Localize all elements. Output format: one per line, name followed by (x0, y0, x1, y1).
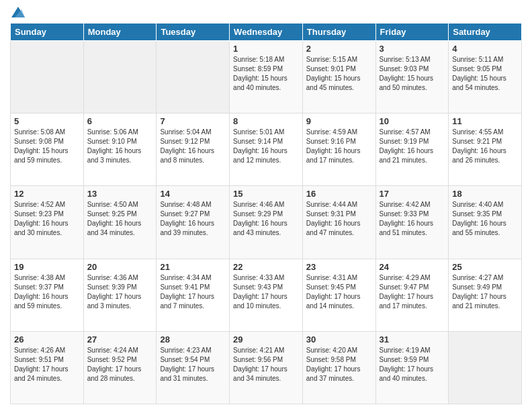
day-info: Sunrise: 4:55 AM Sunset: 9:21 PM Dayligh… (452, 128, 518, 165)
calendar-day-21: 21Sunrise: 4:34 AM Sunset: 9:41 PM Dayli… (157, 259, 230, 331)
day-number: 16 (306, 189, 372, 199)
day-number: 1 (233, 44, 299, 54)
calendar-day-2: 2Sunrise: 5:15 AM Sunset: 9:01 PM Daylig… (302, 41, 375, 113)
day-number: 19 (14, 262, 80, 272)
calendar-day-22: 22Sunrise: 4:33 AM Sunset: 9:43 PM Dayli… (230, 259, 303, 331)
day-number: 20 (87, 262, 153, 272)
day-number: 13 (87, 189, 153, 199)
col-header-wednesday: Wednesday (230, 24, 303, 41)
calendar-day-7: 7Sunrise: 5:04 AM Sunset: 9:12 PM Daylig… (157, 113, 230, 186)
calendar-day-9: 9Sunrise: 4:59 AM Sunset: 9:16 PM Daylig… (302, 113, 375, 186)
day-number: 29 (233, 334, 299, 345)
day-number: 2 (306, 44, 372, 54)
day-info: Sunrise: 5:06 AM Sunset: 9:10 PM Dayligh… (87, 128, 153, 165)
calendar-week-row: 5Sunrise: 5:08 AM Sunset: 9:08 PM Daylig… (11, 113, 522, 186)
calendar-day-3: 3Sunrise: 5:13 AM Sunset: 9:03 PM Daylig… (375, 41, 449, 113)
calendar-day-25: 25Sunrise: 4:27 AM Sunset: 9:49 PM Dayli… (449, 259, 522, 331)
calendar-week-row: 1Sunrise: 5:18 AM Sunset: 8:59 PM Daylig… (11, 41, 522, 113)
day-info: Sunrise: 4:20 AM Sunset: 9:58 PM Dayligh… (306, 346, 372, 383)
calendar-day-4: 4Sunrise: 5:11 AM Sunset: 9:05 PM Daylig… (449, 41, 522, 113)
day-info: Sunrise: 4:59 AM Sunset: 9:16 PM Dayligh… (306, 128, 372, 165)
day-info: Sunrise: 4:42 AM Sunset: 9:33 PM Dayligh… (380, 200, 445, 238)
day-number: 23 (306, 262, 372, 272)
day-info: Sunrise: 4:44 AM Sunset: 9:31 PM Dayligh… (306, 200, 372, 238)
calendar-header-row: SundayMondayTuesdayWednesdayThursdayFrid… (11, 24, 522, 41)
day-info: Sunrise: 4:38 AM Sunset: 9:37 PM Dayligh… (14, 273, 80, 311)
calendar-empty-cell (83, 41, 157, 113)
calendar-week-row: 26Sunrise: 4:26 AM Sunset: 9:51 PM Dayli… (11, 331, 522, 404)
day-info: Sunrise: 4:29 AM Sunset: 9:47 PM Dayligh… (380, 273, 445, 311)
calendar-day-10: 10Sunrise: 4:57 AM Sunset: 9:19 PM Dayli… (375, 113, 449, 186)
calendar-day-30: 30Sunrise: 4:20 AM Sunset: 9:58 PM Dayli… (302, 331, 375, 404)
calendar: SundayMondayTuesdayWednesdayThursdayFrid… (10, 23, 522, 404)
logo-icon (11, 7, 25, 17)
day-number: 24 (380, 262, 445, 272)
col-header-thursday: Thursday (302, 24, 375, 41)
day-number: 27 (87, 334, 153, 345)
calendar-day-5: 5Sunrise: 5:08 AM Sunset: 9:08 PM Daylig… (11, 113, 84, 186)
day-info: Sunrise: 5:08 AM Sunset: 9:08 PM Dayligh… (14, 128, 80, 165)
day-info: Sunrise: 5:13 AM Sunset: 9:03 PM Dayligh… (380, 55, 445, 93)
day-info: Sunrise: 4:48 AM Sunset: 9:27 PM Dayligh… (160, 200, 226, 238)
calendar-day-29: 29Sunrise: 4:21 AM Sunset: 9:56 PM Dayli… (230, 331, 303, 404)
calendar-day-28: 28Sunrise: 4:23 AM Sunset: 9:54 PM Dayli… (157, 331, 230, 404)
day-number: 30 (306, 334, 372, 345)
day-info: Sunrise: 4:34 AM Sunset: 9:41 PM Dayligh… (160, 273, 226, 311)
calendar-day-6: 6Sunrise: 5:06 AM Sunset: 9:10 PM Daylig… (83, 113, 157, 186)
calendar-day-12: 12Sunrise: 4:52 AM Sunset: 9:23 PM Dayli… (11, 186, 84, 259)
day-number: 26 (14, 334, 80, 345)
day-info: Sunrise: 4:19 AM Sunset: 9:59 PM Dayligh… (380, 346, 445, 383)
day-info: Sunrise: 4:36 AM Sunset: 9:39 PM Dayligh… (87, 273, 153, 311)
day-info: Sunrise: 5:15 AM Sunset: 9:01 PM Dayligh… (306, 55, 372, 93)
day-info: Sunrise: 4:33 AM Sunset: 9:43 PM Dayligh… (233, 273, 299, 311)
calendar-empty-cell (157, 41, 230, 113)
calendar-day-14: 14Sunrise: 4:48 AM Sunset: 9:27 PM Dayli… (157, 186, 230, 259)
day-info: Sunrise: 4:50 AM Sunset: 9:25 PM Dayligh… (87, 200, 153, 238)
calendar-day-26: 26Sunrise: 4:26 AM Sunset: 9:51 PM Dayli… (11, 331, 84, 404)
col-header-tuesday: Tuesday (157, 24, 230, 41)
calendar-week-row: 12Sunrise: 4:52 AM Sunset: 9:23 PM Dayli… (11, 186, 522, 259)
day-number: 21 (160, 262, 226, 272)
day-number: 14 (160, 189, 226, 199)
day-info: Sunrise: 4:31 AM Sunset: 9:45 PM Dayligh… (306, 273, 372, 311)
day-info: Sunrise: 5:01 AM Sunset: 9:14 PM Dayligh… (233, 128, 299, 165)
calendar-day-19: 19Sunrise: 4:38 AM Sunset: 9:37 PM Dayli… (11, 259, 84, 331)
col-header-saturday: Saturday (449, 24, 522, 41)
calendar-day-13: 13Sunrise: 4:50 AM Sunset: 9:25 PM Dayli… (83, 186, 157, 259)
calendar-day-23: 23Sunrise: 4:31 AM Sunset: 9:45 PM Dayli… (302, 259, 375, 331)
day-info: Sunrise: 4:23 AM Sunset: 9:54 PM Dayligh… (160, 346, 226, 383)
day-info: Sunrise: 4:27 AM Sunset: 9:49 PM Dayligh… (452, 273, 518, 311)
day-info: Sunrise: 4:57 AM Sunset: 9:19 PM Dayligh… (380, 128, 445, 165)
logo (10, 7, 25, 17)
day-info: Sunrise: 4:21 AM Sunset: 9:56 PM Dayligh… (233, 346, 299, 383)
day-number: 31 (380, 334, 445, 345)
day-info: Sunrise: 5:04 AM Sunset: 9:12 PM Dayligh… (160, 128, 226, 165)
col-header-sunday: Sunday (11, 24, 84, 41)
day-info: Sunrise: 5:18 AM Sunset: 8:59 PM Dayligh… (233, 55, 299, 93)
calendar-empty-cell (449, 331, 522, 404)
calendar-day-27: 27Sunrise: 4:24 AM Sunset: 9:52 PM Dayli… (83, 331, 157, 404)
day-info: Sunrise: 4:24 AM Sunset: 9:52 PM Dayligh… (87, 346, 153, 383)
day-number: 17 (380, 189, 445, 199)
day-info: Sunrise: 4:26 AM Sunset: 9:51 PM Dayligh… (14, 346, 80, 383)
day-number: 5 (14, 116, 80, 126)
header (10, 7, 522, 17)
page: SundayMondayTuesdayWednesdayThursdayFrid… (0, 0, 532, 411)
day-number: 22 (233, 262, 299, 272)
calendar-day-20: 20Sunrise: 4:36 AM Sunset: 9:39 PM Dayli… (83, 259, 157, 331)
col-header-friday: Friday (375, 24, 449, 41)
day-number: 8 (233, 116, 299, 126)
col-header-monday: Monday (83, 24, 157, 41)
day-info: Sunrise: 4:52 AM Sunset: 9:23 PM Dayligh… (14, 200, 80, 238)
day-info: Sunrise: 4:40 AM Sunset: 9:35 PM Dayligh… (452, 200, 518, 238)
day-number: 11 (452, 116, 518, 126)
calendar-day-16: 16Sunrise: 4:44 AM Sunset: 9:31 PM Dayli… (302, 186, 375, 259)
calendar-day-24: 24Sunrise: 4:29 AM Sunset: 9:47 PM Dayli… (375, 259, 449, 331)
day-number: 18 (452, 189, 518, 199)
day-number: 12 (14, 189, 80, 199)
calendar-empty-cell (11, 41, 84, 113)
calendar-day-8: 8Sunrise: 5:01 AM Sunset: 9:14 PM Daylig… (230, 113, 303, 186)
day-number: 3 (380, 44, 445, 54)
day-number: 15 (233, 189, 299, 199)
day-info: Sunrise: 4:46 AM Sunset: 9:29 PM Dayligh… (233, 200, 299, 238)
